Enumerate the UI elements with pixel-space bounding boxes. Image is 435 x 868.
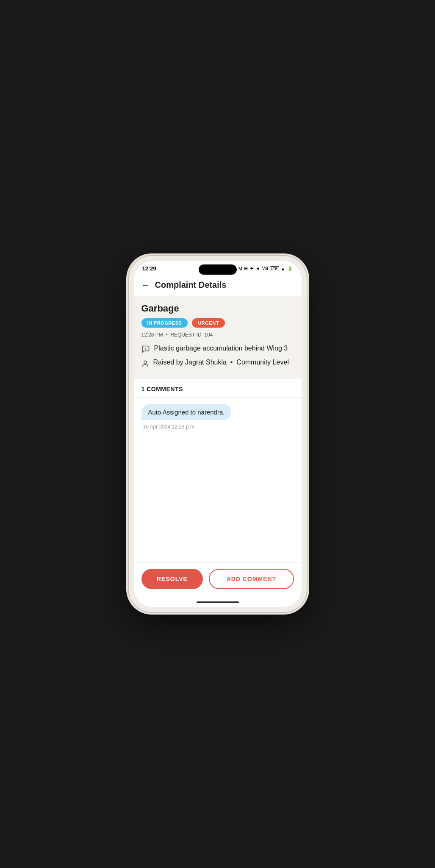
page-title: Complaint Details — [155, 280, 227, 290]
description-row: Plastic garbage accumulation behind Wing… — [141, 344, 294, 353]
mail-icon: M — [238, 266, 242, 271]
svg-point-2 — [144, 361, 147, 363]
raised-by-row: Raised by Jagrat Shukla • Community Leve… — [141, 358, 294, 367]
grid-icon: ⊞ — [244, 266, 248, 271]
lte-icon: LTE — [270, 266, 279, 271]
header: ← Complaint Details — [134, 274, 302, 296]
phone-screen: 12:29 M ⊞ ✦ ▼ Vol LTE ▲ 🔋 ← Complaint De… — [134, 261, 302, 607]
request-meta: 12:28 PM • REQUEST ID 104 — [141, 332, 213, 338]
comments-section: 1 COMMENTS Auto Assigned to narendra. 16… — [134, 379, 302, 562]
comments-count-label: 1 COMMENTS — [141, 386, 183, 392]
back-button[interactable]: ← — [141, 280, 150, 290]
add-comment-button[interactable]: ADD COMMENT — [209, 569, 294, 589]
resolve-button[interactable]: RESOLVE — [141, 569, 203, 589]
raised-by-name: Raised by Jagrat Shukla — [153, 359, 227, 366]
person-icon — [141, 359, 149, 367]
raised-by-text: Raised by Jagrat Shukla • Community Leve… — [153, 358, 289, 367]
comment-item: Auto Assigned to narendra. 16 Apr 2024 1… — [141, 404, 294, 430]
home-indicator — [134, 598, 302, 607]
status-icons: M ⊞ ✦ ▼ Vol LTE ▲ 🔋 — [238, 265, 293, 272]
request-time: 12:28 PM — [141, 332, 163, 338]
badges-row: IN PROGRESS URGENT 12:28 PM • REQUEST ID… — [141, 318, 294, 338]
community-level: Community Level — [236, 359, 289, 366]
home-bar — [197, 601, 239, 603]
app-content: ← Complaint Details Garbage IN PROGRESS … — [134, 274, 302, 607]
status-time: 12:29 — [142, 265, 156, 272]
complaint-section: Garbage IN PROGRESS URGENT 12:28 PM • RE… — [134, 296, 302, 379]
comment-timestamp: 16 Apr 2024 12:28 p.m. — [143, 424, 196, 430]
complaint-description: Plastic garbage accumulation behind Wing… — [154, 344, 288, 353]
wifi-icon: ▼ — [256, 266, 260, 271]
signal-icon: Vol — [262, 266, 268, 271]
request-id: 104 — [204, 332, 213, 338]
phone-frame: 12:29 M ⊞ ✦ ▼ Vol LTE ▲ 🔋 ← Complaint De… — [129, 256, 307, 612]
battery-icon: 🔋 — [287, 266, 293, 271]
request-id-label: REQUEST ID — [170, 332, 201, 338]
comments-list: Auto Assigned to narendra. 16 Apr 2024 1… — [134, 398, 302, 562]
dynamic-island — [199, 264, 237, 275]
signal-bars-icon: ▲ — [281, 266, 285, 271]
complaint-title: Garbage — [141, 303, 294, 314]
badge-urgent: URGENT — [192, 318, 224, 328]
bluetooth-icon: ✦ — [249, 265, 254, 272]
badge-in-progress: IN PROGRESS — [141, 318, 188, 328]
bottom-actions: RESOLVE ADD COMMENT — [134, 562, 302, 598]
comments-header: 1 COMMENTS — [134, 379, 302, 398]
comment-bubble: Auto Assigned to narendra. — [141, 404, 232, 420]
message-icon — [141, 345, 150, 353]
